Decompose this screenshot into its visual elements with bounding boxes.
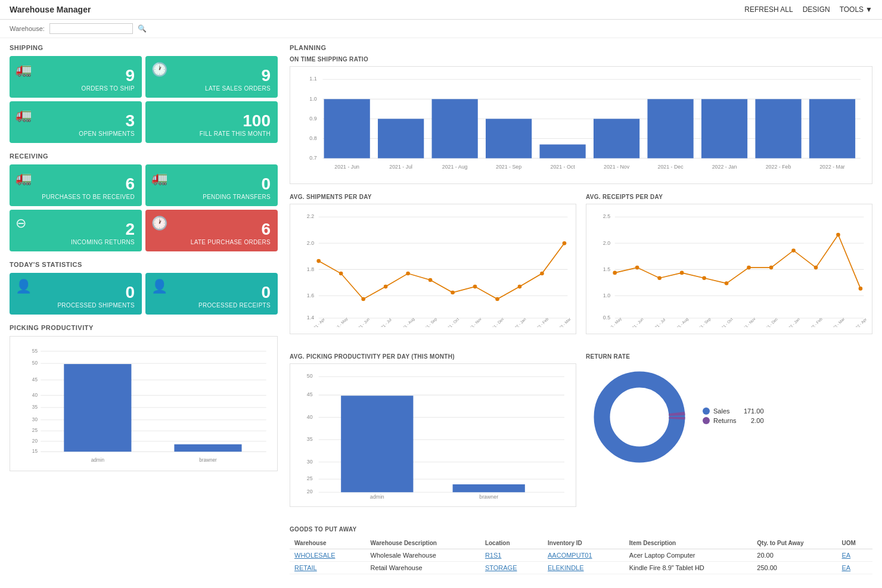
svg-text:2021 - Oct: 2021 - Oct — [443, 316, 459, 326]
avg-picking-chart: 50 45 40 35 30 25 20 — [290, 363, 576, 507]
return-rate-content: Sales 171.00 Returns 2.00 — [586, 363, 872, 471]
svg-point-97 — [680, 270, 684, 275]
svg-text:1.0: 1.0 — [603, 292, 610, 298]
late-sales-orders-card[interactable]: 🕐 9 LATE SALES ORDERS — [145, 56, 278, 98]
return-rate-title: RETURN RATE — [586, 353, 872, 360]
svg-text:1.1: 1.1 — [309, 76, 316, 82]
svg-point-101 — [769, 265, 774, 269]
svg-text:admin: admin — [370, 494, 384, 500]
sales-dot — [703, 407, 710, 415]
svg-rect-33 — [486, 119, 532, 158]
on-time-shipping-title: ON TIME SHIPPING RATIO — [290, 56, 872, 63]
return-rate-legend: Sales 171.00 Returns 2.00 — [703, 407, 764, 427]
svg-point-103 — [814, 265, 818, 269]
incoming-returns-number: 2 — [125, 221, 135, 238]
inventory-id-link-2[interactable]: ELEKINDLE — [543, 562, 625, 574]
svg-point-63 — [384, 284, 388, 288]
toolbar: Warehouse: 🔍 — [0, 20, 882, 38]
svg-text:2021 - Sep: 2021 - Sep — [496, 164, 521, 170]
warehouse-link-1[interactable]: WHOLESALE — [290, 549, 366, 562]
svg-point-102 — [791, 248, 796, 253]
svg-point-100 — [747, 265, 751, 269]
avg-shipments-chart: 2.2 2.0 1.8 1.6 1.4 — [290, 204, 576, 334]
location-link-2[interactable]: STORAGE — [480, 562, 543, 574]
tools-button[interactable]: TOOLS ▼ — [840, 5, 872, 14]
picking-admin-bar — [341, 396, 413, 492]
processed-shipments-number: 0 — [125, 284, 135, 301]
svg-point-64 — [406, 271, 410, 275]
incoming-returns-card[interactable]: ⊖ 2 INCOMING RETURNS — [10, 210, 142, 251]
fill-rate-number: 100 — [243, 113, 271, 129]
svg-text:45: 45 — [307, 391, 313, 397]
orders-to-ship-number: 9 — [125, 67, 135, 84]
svg-point-104 — [836, 232, 840, 237]
open-shipments-label: OPEN SHIPMENTS — [79, 130, 135, 137]
avg-receipts-section: AVG. RECEIPTS PER DAY 2.5 2.0 1.5 1.0 0.… — [586, 194, 872, 334]
purchases-to-receive-card[interactable]: 🚛 6 PURCHASES TO BE RECEIVED — [10, 164, 142, 206]
left-panel: SHIPPING 🚛 9 ORDERS TO SHIP 🕐 9 LATE SAL… — [10, 44, 278, 584]
brawner-bar — [174, 444, 241, 452]
svg-rect-35 — [594, 119, 639, 158]
processed-receipts-card[interactable]: 👤 0 PROCESSED RECEIPTS — [145, 273, 278, 315]
svg-text:1.4: 1.4 — [307, 315, 314, 321]
svg-text:40: 40 — [307, 414, 313, 420]
warehouse-input[interactable] — [49, 23, 133, 34]
admin-bar — [64, 364, 131, 452]
svg-point-68 — [495, 297, 499, 301]
open-shipments-card[interactable]: 🚛 3 OPEN SHIPMENTS — [10, 101, 142, 143]
svg-point-67 — [473, 284, 477, 288]
svg-point-136 — [618, 396, 661, 438]
col-warehouse-desc: Warehouse Description — [366, 537, 480, 549]
fill-rate-label: FILL RATE THIS MONTH — [200, 130, 271, 137]
todays-stats-cards: 👤 0 PROCESSED SHIPMENTS 👤 0 PROCESSED RE… — [10, 273, 278, 315]
late-purchase-orders-card[interactable]: 🕐 6 LATE PURCHASE ORDERS — [145, 210, 278, 251]
clock2-icon: 🕐 — [151, 216, 167, 231]
legend-returns: Returns 2.00 — [703, 417, 764, 424]
svg-point-62 — [361, 297, 365, 301]
svg-rect-32 — [432, 99, 478, 158]
svg-rect-37 — [701, 99, 747, 158]
svg-point-65 — [428, 278, 433, 282]
inventory-id-link-1[interactable]: AACOMPUT01 — [543, 549, 625, 562]
svg-text:55: 55 — [32, 349, 38, 354]
location-link-1[interactable]: R1S1 — [480, 549, 543, 562]
design-button[interactable]: DESIGN — [803, 5, 830, 14]
svg-text:1.0: 1.0 — [309, 96, 316, 102]
picking-productivity-chart: 55 50 45 40 35 30 25 20 15 — [10, 336, 278, 471]
fill-rate-card[interactable]: 100 FILL RATE THIS MONTH — [145, 101, 278, 143]
svg-text:30: 30 — [307, 459, 313, 465]
uom-link-1[interactable]: EA — [837, 549, 872, 562]
goods-table-header: Warehouse Warehouse Description Location… — [290, 537, 872, 549]
search-icon[interactable]: 🔍 — [138, 24, 147, 33]
picking-productivity-section: PICKING PRODUCTIVITY 55 50 45 40 35 30 2… — [10, 324, 278, 471]
orders-to-ship-card[interactable]: 🚛 9 ORDERS TO SHIP — [10, 56, 142, 98]
goods-title: GOODS TO PUT AWAY — [290, 526, 872, 533]
svg-text:0.9: 0.9 — [309, 116, 316, 122]
purchases-to-receive-label: PURCHASES TO BE RECEIVED — [42, 194, 135, 200]
col-warehouse: Warehouse — [290, 537, 366, 549]
refresh-all-button[interactable]: REFRESH ALL — [744, 5, 793, 14]
svg-rect-31 — [378, 119, 424, 158]
svg-rect-36 — [647, 99, 693, 158]
shipments-line — [319, 243, 564, 299]
orders-to-ship-label: ORDERS TO SHIP — [82, 85, 135, 92]
processed-shipments-card[interactable]: 👤 0 PROCESSED SHIPMENTS — [10, 273, 142, 315]
clock-icon: 🕐 — [151, 62, 167, 77]
receipts-line — [615, 235, 861, 288]
svg-text:0.7: 0.7 — [309, 155, 316, 161]
warehouse-desc-1: Wholesale Warehouse — [366, 549, 480, 562]
processed-receipts-number: 0 — [261, 284, 271, 301]
receiving-cards: 🚛 6 PURCHASES TO BE RECEIVED 🚛 0 PENDING… — [10, 164, 278, 251]
svg-text:35: 35 — [32, 405, 38, 410]
avg-charts-row: AVG. SHIPMENTS PER DAY 2.2 2.0 1.8 1.6 1… — [290, 194, 872, 344]
warehouse-link-2[interactable]: RETAIL — [290, 562, 366, 574]
pending-transfers-card[interactable]: 🚛 0 PENDING TRANSFERS — [145, 164, 278, 206]
svg-point-95 — [635, 265, 639, 269]
svg-text:45: 45 — [32, 377, 38, 382]
svg-point-71 — [563, 241, 567, 245]
warehouse-desc-2: Retail Warehouse — [366, 562, 480, 574]
svg-point-60 — [316, 259, 321, 263]
uom-link-2[interactable]: EA — [837, 562, 872, 574]
main-content: SHIPPING 🚛 9 ORDERS TO SHIP 🕐 9 LATE SAL… — [0, 38, 882, 588]
avg-shipments-title: AVG. SHIPMENTS PER DAY — [290, 194, 576, 200]
